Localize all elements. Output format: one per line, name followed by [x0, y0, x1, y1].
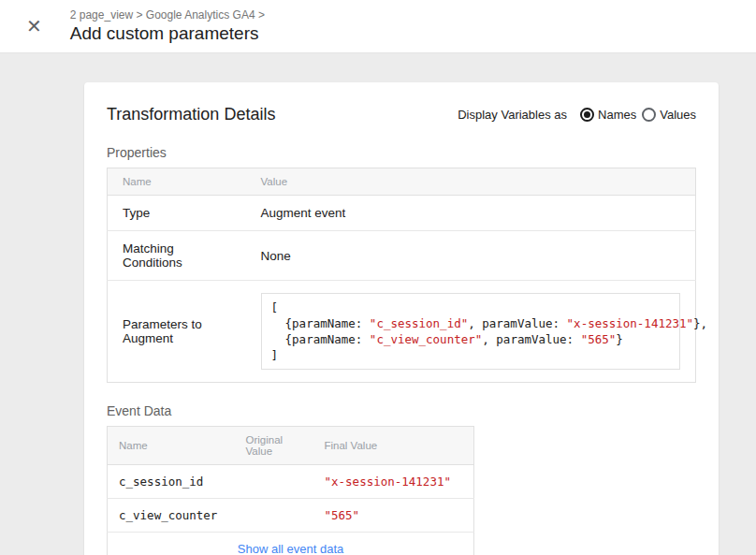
main-area: Transformation Details Display Variables… — [0, 53, 756, 555]
event-data-header-row: Name Original Value Final Value — [108, 427, 474, 465]
properties-header-row: Name Value — [108, 168, 696, 196]
event-final-value: "x-session-141231" — [313, 465, 474, 499]
transformation-details-card: Transformation Details Display Variables… — [84, 82, 719, 555]
title-block: 2 page_view > Google Analytics GA4 > Add… — [70, 8, 265, 44]
radio-option-names[interactable]: Names — [580, 108, 636, 122]
radio-selected-icon[interactable] — [580, 108, 594, 122]
card-title: Transformation Details — [107, 105, 275, 124]
properties-col-name: Name — [108, 168, 246, 196]
table-row: c_view_counter "565" — [108, 499, 474, 533]
event-original-value — [239, 499, 313, 533]
event-col-original-value: Original Value — [239, 427, 313, 465]
property-name: Type — [108, 196, 246, 231]
property-value: [ {paramName: "c_session_id", paramValue… — [246, 281, 696, 383]
radio-unselected-icon[interactable] — [642, 108, 656, 122]
breadcrumb[interactable]: 2 page_view > Google Analytics GA4 > — [70, 8, 265, 22]
card-header: Transformation Details Display Variables… — [107, 105, 696, 124]
display-variables-label: Display Variables as — [458, 108, 567, 122]
parameters-code-block: [ {paramName: "c_session_id", paramValue… — [261, 293, 681, 370]
event-col-name: Name — [108, 427, 239, 465]
properties-table: Name Value Type Augment event Matching C… — [107, 168, 696, 383]
event-param-name: c_session_id — [108, 465, 239, 499]
close-icon[interactable]: ✕ — [22, 13, 46, 39]
top-bar: ✕ 2 page_view > Google Analytics GA4 > A… — [0, 0, 756, 53]
properties-col-value: Value — [246, 168, 696, 196]
event-data-table: Name Original Value Final Value c_sessio… — [107, 426, 474, 555]
radio-names-label: Names — [598, 108, 636, 122]
event-data-footer-row: Show all event data — [108, 533, 474, 555]
event-original-value — [239, 465, 313, 499]
table-row: Parameters to Augment [ {paramName: "c_s… — [108, 281, 696, 383]
table-row: Type Augment event — [108, 196, 696, 231]
table-row: c_session_id "x-session-141231" — [108, 465, 474, 499]
radio-values-label: Values — [660, 108, 696, 122]
event-param-name: c_view_counter — [108, 499, 239, 533]
display-variables-toggle: Display Variables as Names Values — [458, 108, 696, 122]
property-name: Matching Conditions — [108, 231, 246, 281]
event-data-section-label: Event Data — [107, 403, 696, 418]
property-name: Parameters to Augment — [108, 281, 246, 383]
page-title: Add custom parameters — [70, 23, 265, 44]
event-final-value: "565" — [313, 499, 474, 533]
radio-option-values[interactable]: Values — [642, 108, 696, 122]
property-value: None — [246, 231, 696, 281]
event-col-final-value: Final Value — [313, 427, 474, 465]
table-row: Matching Conditions None — [108, 231, 696, 281]
show-all-event-data-link[interactable]: Show all event data — [238, 542, 343, 555]
property-value: Augment event — [246, 196, 696, 231]
properties-section-label: Properties — [107, 145, 696, 160]
